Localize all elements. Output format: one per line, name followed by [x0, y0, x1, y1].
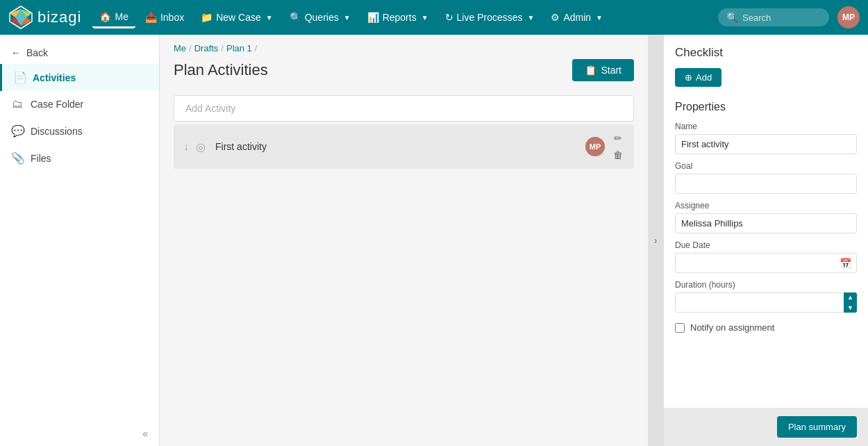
notify-row: Notify on assignment [675, 322, 857, 333]
new-case-icon: 📁 [201, 12, 212, 23]
add-checklist-button[interactable]: ⊕ Add [675, 68, 721, 87]
files-icon: 📎 [11, 151, 24, 165]
activity-actions: ✏ 🗑 [612, 131, 624, 162]
sidebar-back-button[interactable]: ← Back [0, 42, 159, 64]
search-icon: 🔍 [726, 12, 738, 23]
properties-title: Properties [675, 101, 857, 113]
live-processes-caret: ▼ [528, 14, 535, 22]
due-date-field: 📅 [675, 253, 857, 273]
chevron-right-icon: › [654, 235, 658, 246]
live-processes-icon: ↻ [445, 12, 453, 23]
properties-section: Properties Name Goal Assignee Due Date 📅… [675, 101, 857, 333]
start-button[interactable]: 📋 Start [572, 59, 634, 81]
due-date-label: Due Date [675, 240, 857, 250]
content-area: Plan Activities 📋 Start Add Activity ↓ ◎… [160, 59, 648, 446]
edit-activity-button[interactable]: ✏ [612, 131, 624, 145]
breadcrumb-drafts[interactable]: Drafts [194, 43, 219, 53]
duration-field: ▲ ▼ [675, 292, 857, 313]
due-date-input[interactable] [675, 253, 857, 273]
name-label: Name [675, 122, 857, 131]
search-box[interactable]: 🔍 [718, 8, 829, 26]
activity-status-icon: ◎ [196, 140, 208, 154]
sidebar-item-case-folder[interactable]: 🗂 Case Folder [0, 91, 159, 117]
discussions-icon: 💬 [11, 124, 24, 138]
activity-name: First activity [215, 141, 578, 152]
nav-item-new-case[interactable]: 📁 New Case ▼ [194, 8, 280, 27]
avatar[interactable]: MP [837, 6, 860, 28]
breadcrumb-plan1[interactable]: Plan 1 [226, 43, 252, 53]
duration-input[interactable] [675, 292, 857, 313]
page-title: Plan Activities [174, 61, 268, 79]
logo-text: bizagi [37, 8, 81, 26]
table-row: ↓ ◎ First activity MP ✏ 🗑 [174, 124, 634, 169]
admin-caret: ▼ [596, 14, 603, 22]
nav-item-admin[interactable]: ⚙ Admin ▼ [544, 8, 610, 27]
main-content: Me / Drafts / Plan 1 / Plan Activities 📋… [160, 35, 648, 446]
sidebar-collapse-button[interactable]: « [0, 421, 159, 446]
sidebar-item-activities[interactable]: 📄 Activities [0, 64, 159, 91]
duration-increment-button[interactable]: ▲ [844, 292, 857, 303]
inbox-icon: 📥 [145, 12, 157, 23]
search-input[interactable] [742, 13, 819, 23]
case-folder-icon: 🗂 [11, 98, 24, 110]
nav-item-live-processes[interactable]: ↻ Live Processes ▼ [438, 8, 542, 27]
checklist-title: Checklist [675, 46, 857, 60]
activities-list: ↓ ◎ First activity MP ✏ 🗑 [174, 124, 634, 169]
duration-decrement-button[interactable]: ▼ [844, 303, 857, 313]
nav-item-me[interactable]: 🏠 Me [92, 7, 135, 28]
start-icon: 📋 [585, 65, 596, 76]
assignee-input[interactable] [675, 213, 857, 233]
plan-header: Plan Activities 📋 Start [174, 59, 634, 81]
activities-icon: 📄 [13, 71, 26, 84]
reports-caret: ▼ [422, 14, 428, 22]
admin-icon: ⚙ [551, 12, 560, 23]
notify-checkbox[interactable] [675, 323, 685, 333]
breadcrumb-me[interactable]: Me [174, 43, 186, 53]
back-arrow-icon: ← [11, 47, 21, 58]
name-input[interactable] [675, 134, 857, 154]
notify-label: Notify on assignment [690, 322, 774, 333]
top-navigation: bizagi 🏠 Me 📥 Inbox 📁 New Case ▼ 🔍 Queri… [0, 0, 868, 35]
nav-item-inbox[interactable]: 📥 Inbox [138, 8, 191, 27]
home-icon: 🏠 [99, 11, 111, 22]
goal-input[interactable] [675, 174, 857, 194]
calendar-icon[interactable]: 📅 [840, 258, 851, 269]
plus-circle-icon: ⊕ [685, 72, 692, 83]
add-activity-input[interactable]: Add Activity [174, 95, 634, 122]
logo[interactable]: bizagi [8, 5, 81, 30]
sidebar-item-files[interactable]: 📎 Files [0, 144, 159, 172]
activity-avatar: MP [585, 137, 605, 156]
reports-icon: 📊 [367, 12, 379, 23]
queries-icon: 🔍 [290, 12, 301, 23]
bizagi-logo-icon [8, 5, 33, 30]
duration-spinner: ▲ ▼ [844, 292, 857, 313]
new-case-caret: ▼ [266, 14, 273, 22]
nav-item-reports[interactable]: 📊 Reports ▼ [360, 8, 435, 27]
goal-label: Goal [675, 161, 857, 171]
panel-collapse-arrow[interactable]: › [648, 35, 663, 446]
right-panel-body: Checklist ⊕ Add Properties Name Goal Ass… [664, 35, 868, 408]
delete-activity-button[interactable]: 🗑 [612, 148, 624, 162]
sidebar: ← Back 📄 Activities 🗂 Case Folder 💬 Disc… [0, 35, 160, 446]
drag-handle-icon[interactable]: ↓ [183, 140, 189, 153]
duration-label: Duration (hours) [675, 280, 857, 290]
breadcrumb: Me / Drafts / Plan 1 / [160, 35, 648, 59]
queries-caret: ▼ [344, 14, 351, 22]
right-panel: Checklist ⊕ Add Properties Name Goal Ass… [663, 35, 868, 446]
nav-item-queries[interactable]: 🔍 Queries ▼ [283, 8, 358, 27]
assignee-label: Assignee [675, 201, 857, 210]
plan-summary-button[interactable]: Plan summary [777, 416, 857, 438]
collapse-icon: « [142, 428, 148, 439]
sidebar-item-discussions[interactable]: 💬 Discussions [0, 117, 159, 144]
right-panel-footer: Plan summary [664, 408, 868, 446]
